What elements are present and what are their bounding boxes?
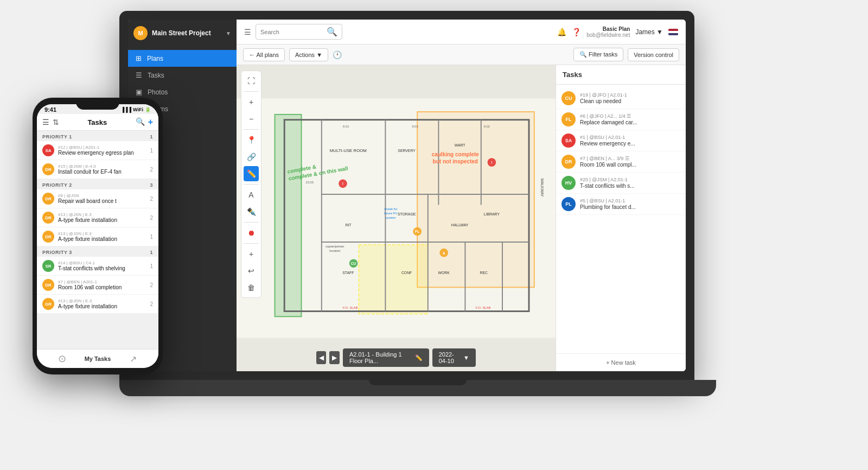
phone-task-num: 2 xyxy=(150,196,153,202)
task-info: #19 | @JFO | A2.01-1 Clean up needed xyxy=(580,92,680,104)
version-control-button[interactable]: Version control xyxy=(628,48,679,61)
history-icon[interactable]: 🕐 xyxy=(333,50,342,59)
phone-task-num: 2 xyxy=(150,167,153,173)
zoom-in-button[interactable]: + xyxy=(244,94,259,110)
svg-text:STAFF: STAFF xyxy=(342,271,354,275)
task-panel-item[interactable]: SA #1 | @BSU | A2.01-1 Review emergency … xyxy=(556,130,686,151)
phone-task-avatar: DR xyxy=(42,231,54,243)
phone-sort-icon[interactable]: ⇅ xyxy=(53,118,59,126)
priority-count: 1 xyxy=(150,250,153,255)
phone-header-actions: 🔍 + xyxy=(136,117,153,127)
flag-icon xyxy=(668,29,678,35)
topbar-james-button[interactable]: James ▼ xyxy=(635,28,663,36)
back-to-plans-button[interactable]: ← All plans xyxy=(243,48,285,61)
priority-label: PRIORITY 1 xyxy=(42,134,72,139)
phone-task-row[interactable]: DR #13 | @JSN | E.3 A-type fixture insta… xyxy=(37,208,158,227)
hamburger-icon[interactable]: ☰ xyxy=(244,28,251,36)
task-avatar: FL xyxy=(561,112,576,126)
expand-tool-button[interactable]: ⛶ xyxy=(244,73,259,88)
task-info: #6 | @JFO | A2... 1/4 ☰ Replace damaged … xyxy=(580,113,680,125)
plan-date-bar: 2022-04-10 ▼ xyxy=(432,348,476,367)
phone-search-icon[interactable]: 🔍 xyxy=(136,117,145,127)
search-input[interactable] xyxy=(260,29,324,35)
battery-icon: 🔋 xyxy=(145,107,151,112)
phone-task-info: #13 | @JSN | E.3 A-type fixture installa… xyxy=(58,231,146,242)
phone-task-id: #13 | @JSN | E.3 xyxy=(58,212,146,217)
phone-task-name: A-type fixture installation xyxy=(58,303,146,309)
phone-bottom-circle[interactable]: ⊙ xyxy=(46,353,79,365)
phone-header-title: Tasks xyxy=(62,118,132,126)
phone-bottom-mytasks[interactable]: My Tasks xyxy=(81,355,114,362)
phone-my-tasks-label: My Tasks xyxy=(85,355,111,362)
svg-text:REC: REC xyxy=(480,271,488,275)
add-tool-button[interactable]: + xyxy=(244,246,259,262)
trash-button[interactable]: 🗑 xyxy=(244,280,259,295)
zoom-out-button[interactable]: − xyxy=(244,111,259,126)
new-task-button[interactable]: + New task xyxy=(556,353,686,371)
phone-task-num: 2 xyxy=(150,282,153,288)
pencil-tool-button[interactable]: ✏️ xyxy=(244,166,259,181)
topbar-plan: Basic Plan xyxy=(603,26,630,32)
actions-button[interactable]: Actions ▼ xyxy=(289,48,328,61)
priority-label: PRIORITY 3 xyxy=(42,250,72,255)
sidebar-item-tasks[interactable]: ☰ Tasks xyxy=(128,67,237,84)
signal-icon: ▐▐▐ xyxy=(121,107,131,112)
topbar-icons: 🔔 ❓ Basic Plan bob@fieldwire.net James ▼ xyxy=(557,26,678,38)
svg-text:STORAGE: STORAGE xyxy=(398,212,416,216)
link-tool-button[interactable]: 🔗 xyxy=(244,149,259,164)
task-panel-item[interactable]: PL #5 | @BSU | A2.01-1 Plumbing for fauc… xyxy=(556,194,686,215)
task-id: #5 | @BSU | A2.01-1 xyxy=(580,198,680,204)
phone-task-row[interactable]: DR #7 | @BEN | A201-1 Room 106 wall comp… xyxy=(37,276,158,295)
plan-date-dropdown-icon[interactable]: ▼ xyxy=(463,354,469,361)
svg-text:23.05: 23.05 xyxy=(305,181,314,184)
sidebar-header[interactable]: M Main Street Project ▼ xyxy=(128,20,237,47)
svg-text:CONF: CONF xyxy=(401,271,412,275)
svg-text:WALKWAY: WALKWAY xyxy=(540,179,544,197)
phone-signals: ▐▐▐ WiFi 🔋 xyxy=(121,107,151,112)
phone-task-id: #13 | @JSN | E.3 xyxy=(58,231,146,236)
markup-tool-button[interactable]: ✒️ xyxy=(244,204,259,219)
phone-add-icon[interactable]: + xyxy=(148,117,153,127)
sidebar-item-tasks-label: Tasks xyxy=(148,72,164,79)
plan-prev-button[interactable]: ◀ xyxy=(316,351,326,364)
svg-text:future PV: future PV xyxy=(384,212,398,215)
phone-task-avatar: DR xyxy=(42,193,54,205)
wifi-icon: WiFi xyxy=(133,107,143,112)
task-panel-item[interactable]: DR #7 | @BEN | A... 3/9 ☰ Room 106 wall … xyxy=(556,151,686,173)
record-button[interactable]: ⏺ xyxy=(244,225,259,240)
phone-task-row[interactable]: DR #15 | @JSM | E-4.0 Install conduit fo… xyxy=(37,160,158,179)
sidebar-item-plans[interactable]: ⊞ Plans xyxy=(128,50,237,67)
plan-edit-icon[interactable]: ✏️ xyxy=(415,354,423,361)
filter-tasks-button[interactable]: 🔍 Filter tasks xyxy=(573,48,623,61)
annotation-orange: caulking complete but not inspected xyxy=(432,151,479,165)
task-panel-item[interactable]: FL #6 | @JFO | A2... 1/4 ☰ Replace damag… xyxy=(556,109,686,130)
phone-task-row[interactable]: SA #12 | @BSU | A201-1 Review emergency … xyxy=(37,141,158,160)
task-panel-item[interactable]: HV #20 | @JSM | A2.01-1 T-stat conflicts… xyxy=(556,173,686,194)
plan-toolbar: ← All plans Actions ▼ 🕐 🔍 Filter tasks V… xyxy=(237,45,686,65)
undo-button[interactable]: ↩ xyxy=(244,263,259,278)
search-box[interactable]: 🔍 xyxy=(256,24,342,40)
bell-icon[interactable]: 🔔 xyxy=(557,28,566,36)
phone-task-row[interactable]: SR #14 | @BSU | C4.1 T-stat conflicts wi… xyxy=(37,257,158,276)
task-info: #5 | @BSU | A2.01-1 Plumbing for faucet … xyxy=(580,198,680,210)
text-tool-button[interactable]: A xyxy=(244,187,259,202)
svg-text:location: location xyxy=(329,249,340,252)
task-panel-item[interactable]: CU #19 | @JFO | A2.01-1 Clean up needed xyxy=(556,88,686,109)
phone-task-num: 1 xyxy=(150,148,153,154)
plan-next-button[interactable]: ▶ xyxy=(329,351,339,364)
location-tool-button[interactable]: 📍 xyxy=(244,132,259,148)
task-id: #7 | @BEN | A... 3/9 ☰ xyxy=(580,156,680,161)
task-id: #6 | @JFO | A2... 1/4 ☰ xyxy=(580,113,680,119)
phone-task-row[interactable]: DR #13 | @JSN | E.3 A-type fixture insta… xyxy=(37,227,158,246)
phone-notch xyxy=(76,98,119,110)
svg-text:WART: WART xyxy=(455,143,466,147)
tasks-panel-list: CU #19 | @JFO | A2.01-1 Clean up needed … xyxy=(556,85,686,353)
priority-label: PRIORITY 2 xyxy=(42,182,72,188)
help-icon[interactable]: ❓ xyxy=(572,28,581,36)
phone-task-row[interactable]: DR #9 | @JSN Repair wall board once t 2 xyxy=(37,189,158,208)
sidebar-item-photos-label: Photos xyxy=(148,88,168,96)
phone-menu-icon[interactable]: ☰ xyxy=(42,118,49,126)
phone-bottom-share[interactable]: ↗ xyxy=(117,354,150,364)
phone-task-row[interactable]: GR #13 | @JDN | E.3 A-type fixture insta… xyxy=(37,295,158,314)
task-desc: Room 106 wall compl... xyxy=(580,162,680,168)
